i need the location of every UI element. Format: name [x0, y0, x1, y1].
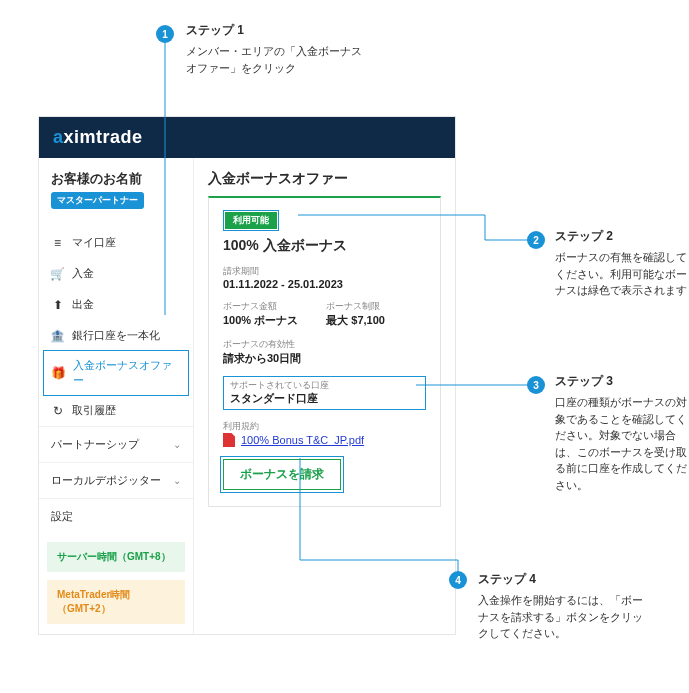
nav-deposit[interactable]: 🛒 入金	[39, 258, 193, 289]
period-row: 請求期間 01.11.2022 - 25.01.2023	[223, 265, 426, 290]
period-label: 請求期間	[223, 265, 426, 278]
validity-value: 請求から30日間	[223, 351, 426, 366]
validity-row: ボーナスの有効性 請求から30日間	[223, 338, 426, 366]
availability-badge: 利用可能	[225, 212, 277, 229]
acct-value: スタンダード口座	[230, 392, 419, 406]
supported-account-highlight: サポートされている口座 スタンダード口座	[223, 376, 426, 410]
validity-label: ボーナスの有効性	[223, 338, 426, 351]
nav-label: 取引履歴	[72, 403, 116, 418]
list-icon: ≡	[51, 236, 64, 250]
bonus-title: 100% 入金ボーナス	[223, 237, 426, 255]
sidebar: お客様のお名前 マスターパートナー ≡ マイ口座 🛒 入金 ⬆ 出金 🏦	[39, 158, 194, 634]
step-3-bullet: 3	[527, 376, 545, 394]
sidebar-nav: ≡ マイ口座 🛒 入金 ⬆ 出金 🏦 銀行口座を一本化 🎁 入金ボーナ	[39, 227, 193, 426]
step-1-callout: ステップ 1 メンバー・エリアの「入金ボーナスオファー」をクリック	[186, 22, 366, 76]
app-window: aximtrade お客様のお名前 マスターパートナー ≡ マイ口座 🛒 入金 …	[38, 116, 456, 635]
bonus-card: 利用可能 100% 入金ボーナス 請求期間 01.11.2022 - 25.01…	[208, 196, 441, 507]
pdf-icon	[223, 433, 235, 447]
amount-value: 100% ボーナス	[223, 313, 298, 328]
step-1-bullet: 1	[156, 25, 174, 43]
exp-settings[interactable]: 設定	[39, 498, 193, 534]
exp-label: ローカルデポジッター	[51, 473, 161, 488]
step-1-title: ステップ 1	[186, 22, 366, 39]
step-2-title: ステップ 2	[555, 228, 689, 245]
chevron-down-icon: ⌄	[173, 475, 181, 486]
gift-icon: 🎁	[52, 366, 65, 380]
server-time-gmt8: サーバー時間（GMT+8）	[47, 542, 185, 572]
nav-bonus-offer[interactable]: 🎁 入金ボーナスオファー	[43, 350, 189, 396]
app-header: aximtrade	[39, 117, 455, 158]
limit-label: ボーナス制限	[326, 300, 385, 313]
nav-label: 銀行口座を一本化	[72, 328, 160, 343]
availability-highlight: 利用可能	[223, 210, 279, 231]
metatrader-time: MetaTrader時間（GMT+2）	[47, 580, 185, 624]
bank-icon: 🏦	[51, 329, 64, 343]
upload-icon: ⬆	[51, 298, 64, 312]
step-1-text: メンバー・エリアの「入金ボーナスオファー」をクリック	[186, 43, 366, 76]
nav-withdraw[interactable]: ⬆ 出金	[39, 289, 193, 320]
limit-row: ボーナス制限 最大 $7,100	[326, 300, 385, 328]
exp-partnership[interactable]: パートナーシップ ⌄	[39, 426, 193, 462]
step-3-text: 口座の種類がボーナスの対象であることを確認してください。対象でない場合は、このボ…	[555, 394, 689, 493]
step-4-callout: ステップ 4 入金操作を開始するには、「ボーナスを請求する」ボタンをクリックして…	[478, 571, 648, 642]
nav-label: マイ口座	[72, 235, 116, 250]
clock-icon: ↻	[51, 404, 64, 418]
customer-badge: マスターパートナー	[51, 192, 144, 209]
logo-rest: ximtrade	[64, 127, 143, 147]
exp-label: 設定	[51, 509, 73, 524]
exp-localdep[interactable]: ローカルデポジッター ⌄	[39, 462, 193, 498]
customer-block: お客様のお名前 マスターパートナー	[39, 158, 193, 217]
exp-label: パートナーシップ	[51, 437, 139, 452]
nav-consolidate[interactable]: 🏦 銀行口座を一本化	[39, 320, 193, 351]
cart-icon: 🛒	[51, 267, 64, 281]
step-4-title: ステップ 4	[478, 571, 648, 588]
limit-value: 最大 $7,100	[326, 313, 385, 328]
step-3-title: ステップ 3	[555, 373, 689, 390]
amount-row: ボーナス金額 100% ボーナス	[223, 300, 298, 328]
claim-bonus-button[interactable]: ボーナスを請求	[223, 459, 341, 490]
terms-pdf-link[interactable]: 100% Bonus T&C_JP.pdf	[241, 434, 364, 446]
period-value: 01.11.2022 - 25.01.2023	[223, 278, 426, 290]
logo-prefix: a	[53, 127, 64, 147]
acct-label: サポートされている口座	[230, 380, 419, 392]
nav-history[interactable]: ↻ 取引履歴	[39, 395, 193, 426]
nav-label: 入金ボーナスオファー	[73, 358, 180, 388]
customer-name: お客様のお名前	[51, 170, 181, 188]
step-2-callout: ステップ 2 ボーナスの有無を確認してください。利用可能なボーナスは緑色で表示さ…	[555, 228, 689, 299]
amount-label: ボーナス金額	[223, 300, 298, 313]
chevron-down-icon: ⌄	[173, 439, 181, 450]
step-2-bullet: 2	[527, 231, 545, 249]
nav-myaccount[interactable]: ≡ マイ口座	[39, 227, 193, 258]
step-2-text: ボーナスの有無を確認してください。利用可能なボーナスは緑色で表示されます	[555, 249, 689, 299]
step-4-text: 入金操作を開始するには、「ボーナスを請求する」ボタンをクリックしてください。	[478, 592, 648, 642]
content-panel: 入金ボーナスオファー 利用可能 100% 入金ボーナス 請求期間 01.11.2…	[194, 158, 455, 634]
nav-label: 出金	[72, 297, 94, 312]
step-3-callout: ステップ 3 口座の種類がボーナスの対象であることを確認してください。対象でない…	[555, 373, 689, 493]
content-title: 入金ボーナスオファー	[208, 170, 441, 188]
step-4-bullet: 4	[449, 571, 467, 589]
terms-label: 利用規約	[223, 420, 426, 433]
nav-label: 入金	[72, 266, 94, 281]
